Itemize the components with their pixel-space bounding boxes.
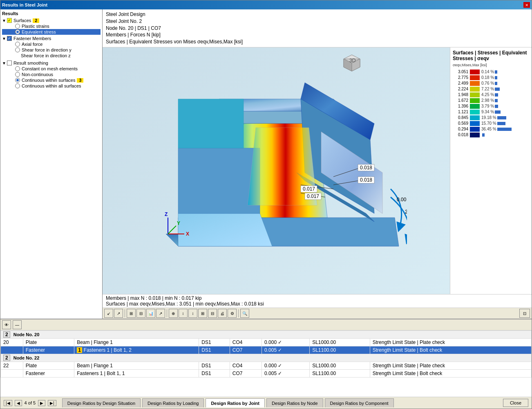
radio-shear-y[interactable]	[15, 47, 20, 52]
legend-bar	[482, 133, 485, 137]
legend-pct: 0.14 %	[480, 70, 494, 74]
table-row[interactable]: Fastener1Fasteners 1 | Bolt 1, 2DS1CO70.…	[1, 346, 532, 354]
nav-last-btn[interactable]: ▶|	[48, 400, 56, 406]
tree-item-non-continuous[interactable]: Non-continuous	[2, 72, 101, 77]
nav-next-btn[interactable]: ▶	[38, 400, 45, 406]
tree-item-result-smoothing[interactable]: ▼ Result smoothing	[2, 60, 101, 66]
close-window-button[interactable]: ✕	[523, 2, 530, 8]
table-row[interactable]: FastenerFasteners 1 | Bolt 1, 1DS1CO70.0…	[1, 370, 532, 378]
tab-design-situation[interactable]: Design Ratios by Design Situation	[62, 398, 141, 407]
equivalent-stress-label: Equivalent stress	[22, 29, 56, 34]
toolbar-settings-btn[interactable]: ⚙	[228, 309, 237, 318]
tab-design-node[interactable]: Design Ratios by Node	[266, 398, 323, 407]
table-row[interactable]: 20PlateBeam | Flange 1DS1CO40.000 ✓SL100…	[1, 339, 532, 346]
legend-row: 0.29436.45 %	[453, 127, 529, 132]
bottom-dash-btn[interactable]: —	[13, 320, 22, 329]
legend-color-swatch	[470, 75, 480, 80]
toolbar-table-btn[interactable]: ⊞	[127, 309, 136, 318]
checkbox-surfaces[interactable]: ✓	[7, 18, 12, 23]
viz-3d-area[interactable]: 0.018 0.018 0.017 0.017	[103, 47, 450, 294]
radio-equivalent-stress[interactable]	[15, 29, 20, 34]
legend-color-swatch	[470, 121, 480, 126]
legend-panel: Surfaces | Stresses | Equivalent Stresse…	[450, 47, 532, 294]
tab-design-joint[interactable]: Design Ratios by Joint	[206, 398, 265, 407]
toolbar-print-btn[interactable]: 🖨	[218, 309, 227, 318]
toolbar-select-btn[interactable]: ↙	[104, 309, 113, 318]
titlebar: Results in Steel Joint ✕	[0, 0, 532, 9]
nav-prev-btn[interactable]: ◀	[15, 400, 22, 406]
legend-color-swatch	[470, 70, 480, 74]
viz-header-line4: Members | Forces N [kip]	[106, 31, 528, 38]
table-cell: DS1	[199, 339, 230, 346]
tree-item-shear-y[interactable]: Shear force in direction y	[2, 47, 101, 53]
left-panel: Results ▼ ✓ Surfaces 2 Plastic strains E…	[0, 9, 103, 319]
surfaces-label: Surfaces	[13, 18, 31, 23]
viz-header-line3: Node No. 20 | DS1 | CO7	[106, 25, 528, 32]
tab-design-component[interactable]: Design Ratios by Component	[325, 398, 394, 407]
tree-item-fastener-members[interactable]: ▼ ✓ Fastener Members	[2, 36, 101, 41]
table-cell: DS1	[199, 346, 230, 354]
svg-text:0.018: 0.018	[360, 177, 372, 183]
table-cell: SL1100.00	[310, 370, 370, 378]
toolbar-chart-btn[interactable]: 📊	[146, 309, 155, 318]
toolbar-zoom-btn[interactable]: 🔍	[240, 309, 249, 318]
svg-text:0.017: 0.017	[307, 193, 319, 199]
tree-item-shear-z[interactable]: Shear force in direction z	[2, 53, 101, 58]
radio-continuous-surfaces[interactable]	[15, 78, 20, 83]
axial-force-label: Axial force	[22, 42, 42, 47]
nav-first-btn[interactable]: |◀	[4, 400, 12, 406]
legend-color-swatch	[470, 127, 480, 132]
svg-marker-9	[178, 213, 272, 246]
table-cell: Fastener	[23, 370, 74, 378]
toolbar-pos-btn[interactable]: ⊞	[198, 309, 207, 318]
table-cell: 20	[1, 339, 23, 346]
tree-item-axial-force[interactable]: Axial force	[2, 41, 101, 47]
legend-pct: 0.18 %	[480, 75, 494, 80]
viz-header: Steel Joint Design Steel Joint No. 2 Nod…	[103, 9, 532, 47]
radio-plastic-strains[interactable]	[15, 24, 20, 29]
close-button[interactable]: Close	[503, 399, 528, 407]
tree-item-equivalent-stress[interactable]: Equivalent stress	[2, 29, 101, 35]
legend-color-swatch	[470, 110, 480, 115]
tree-item-constant[interactable]: Constant on mesh elements	[2, 66, 101, 72]
legend-row: 0.018	[453, 133, 529, 137]
3d-cube-icon[interactable]: 3D	[340, 51, 364, 75]
legend-pct: 36.45 %	[480, 127, 496, 131]
radio-continuous-all[interactable]	[15, 83, 20, 88]
bottom-mini-toolbar: 👁 —	[0, 319, 532, 330]
toolbar-export-btn[interactable]: ↗	[156, 309, 165, 318]
legend-color-swatch	[470, 104, 480, 109]
shear-z-label: Shear force in direction z	[15, 53, 71, 58]
toolbar-neg-btn[interactable]: ⊟	[208, 309, 217, 318]
checkbox-fastener-members[interactable]: ✓	[7, 36, 12, 41]
legend-pct: 7.22 %	[480, 87, 494, 91]
table-cell: Strength Limit State | Plate check	[370, 362, 531, 370]
radio-non-continuous[interactable]	[15, 72, 20, 77]
viz-header-line5: Surfaces | Equivalent Stresses von Mises…	[106, 38, 528, 45]
bottom-eye-btn[interactable]: 👁	[2, 320, 11, 329]
result-smoothing-label: Result smoothing	[13, 61, 48, 65]
continuous-surfaces-label: Continuous within surfaces	[22, 78, 75, 83]
toolbar-node-btn[interactable]: ⊕	[169, 309, 178, 318]
viz-header-line2: Steel Joint No. 2	[106, 18, 528, 25]
legend-value: 2.775	[453, 75, 470, 80]
tree-item-continuous-surfaces[interactable]: Continuous within surfaces 3	[2, 77, 101, 83]
checkbox-result-smoothing[interactable]	[7, 61, 12, 65]
table-row[interactable]: 22PlateBeam | Flange 1DS1CO40.000 ✓SL100…	[1, 362, 532, 370]
toolbar-layout-btn[interactable]: ⊡	[519, 309, 530, 318]
tab-design-loading[interactable]: Design Ratios by Loading	[142, 398, 204, 407]
radio-axial-force[interactable]	[15, 42, 20, 47]
legend-row: 0.84519.18 %	[453, 115, 529, 120]
table-cell: CO4	[230, 362, 262, 370]
tree-item-continuous-all[interactable]: Continuous within all surfaces	[2, 83, 101, 89]
toolbar-grid-btn[interactable]: ⊟	[136, 309, 145, 318]
tree-item-surfaces[interactable]: ▼ ✓ Surfaces 2	[2, 18, 101, 23]
footer-line2: Surfaces | max σeqv,Mises,Max : 3.051 | …	[106, 301, 528, 307]
toolbar-dir-btn[interactable]: ↕	[179, 309, 188, 318]
legend-bar	[495, 93, 498, 97]
toolbar-z-btn[interactable]: ↕	[188, 309, 197, 318]
radio-constant[interactable]	[15, 66, 20, 71]
legend-value: 0.569	[453, 121, 470, 126]
tree-item-plastic-strains[interactable]: Plastic strains	[2, 23, 101, 29]
toolbar-cursor-btn[interactable]: ↗	[114, 309, 123, 318]
